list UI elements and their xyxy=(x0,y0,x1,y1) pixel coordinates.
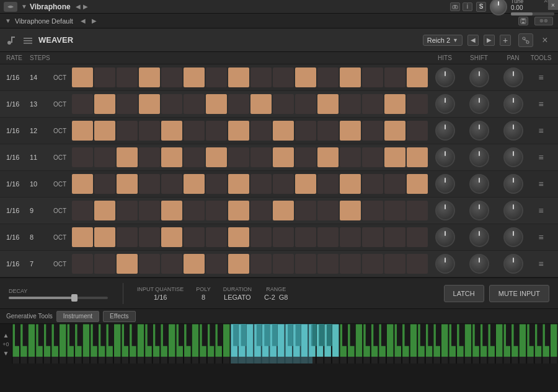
cell-4-13[interactable] xyxy=(362,174,383,194)
cell-3-8[interactable] xyxy=(250,147,272,167)
row-oct-7[interactable]: OCT xyxy=(53,261,72,268)
cell-0-1[interactable] xyxy=(94,68,115,87)
cell-1-9[interactable] xyxy=(273,94,294,114)
row-tools-1[interactable]: ≡ xyxy=(530,99,552,109)
cell-6-0[interactable] xyxy=(72,227,93,247)
cell-1-8[interactable] xyxy=(250,94,272,114)
row-pan-knob-0[interactable] xyxy=(496,68,530,87)
gen-tab-instrument[interactable]: Instrument xyxy=(56,311,99,322)
cell-4-0[interactable] xyxy=(72,174,93,194)
cell-5-15[interactable] xyxy=(407,201,428,220)
cell-1-1[interactable] xyxy=(94,94,115,114)
main-knob[interactable] xyxy=(490,0,507,15)
cell-6-2[interactable] xyxy=(117,227,138,247)
cell-3-15[interactable] xyxy=(407,147,428,167)
row-tools-2[interactable]: ≡ xyxy=(530,126,552,136)
row-hits-knob-6[interactable] xyxy=(428,227,462,247)
cell-0-15[interactable] xyxy=(407,68,428,87)
cell-1-3[interactable] xyxy=(139,94,160,114)
row-oct-2[interactable]: OCT xyxy=(53,128,72,134)
row-shift-knob-6[interactable] xyxy=(462,227,496,247)
row-shift-knob-1[interactable] xyxy=(462,94,496,114)
row-tools-6[interactable]: ≡ xyxy=(530,232,552,242)
row-hits-knob-5[interactable] xyxy=(428,201,462,220)
row-oct-5[interactable]: OCT xyxy=(53,207,72,214)
window-close-btn[interactable]: × xyxy=(548,0,558,10)
close-panel-btn[interactable]: × xyxy=(538,33,552,47)
cell-7-6[interactable] xyxy=(206,254,227,274)
row-shift-knob-2[interactable] xyxy=(462,121,496,141)
cell-4-1[interactable] xyxy=(94,174,115,194)
row-tools-5[interactable]: ≡ xyxy=(530,206,552,216)
cell-7-4[interactable] xyxy=(161,254,182,274)
input-quantise-value[interactable]: 1/16 xyxy=(154,294,167,301)
cell-1-2[interactable] xyxy=(117,94,138,114)
cell-0-14[interactable] xyxy=(384,68,405,87)
cell-3-9[interactable] xyxy=(273,147,294,167)
cell-0-3[interactable] xyxy=(139,68,160,87)
cell-7-10[interactable] xyxy=(295,254,316,274)
cell-3-5[interactable] xyxy=(184,147,205,167)
row-oct-3[interactable]: OCT xyxy=(53,154,72,161)
row-tools-0[interactable]: ≡ xyxy=(530,72,552,82)
cell-2-1[interactable] xyxy=(94,121,115,141)
cell-1-11[interactable] xyxy=(317,94,339,114)
cell-3-1[interactable] xyxy=(94,147,115,167)
cell-2-7[interactable] xyxy=(228,121,249,141)
cell-3-14[interactable] xyxy=(384,147,405,167)
gen-tab-effects[interactable]: Effects xyxy=(103,311,135,322)
row-pan-knob-6[interactable] xyxy=(496,227,530,247)
row-hits-knob-2[interactable] xyxy=(428,121,462,141)
cell-4-9[interactable] xyxy=(273,174,294,194)
piano-scroll-down[interactable]: ▼ xyxy=(3,350,9,357)
add-preset-btn[interactable]: + xyxy=(500,35,511,46)
preset-prev-btn[interactable]: ◀ xyxy=(81,17,86,24)
row-shift-knob-3[interactable] xyxy=(462,147,496,167)
preset-next-nav-btn[interactable]: ▶ xyxy=(484,35,495,46)
cell-2-6[interactable] xyxy=(206,121,227,141)
row-tools-7[interactable]: ≡ xyxy=(530,259,552,269)
cell-2-14[interactable] xyxy=(384,121,405,141)
cell-7-15[interactable] xyxy=(407,254,428,274)
cell-1-13[interactable] xyxy=(362,94,383,114)
cell-0-6[interactable] xyxy=(206,68,227,87)
cell-6-14[interactable] xyxy=(384,227,405,247)
cell-2-9[interactable] xyxy=(273,121,294,141)
cell-5-14[interactable] xyxy=(384,201,405,220)
cell-2-0[interactable] xyxy=(72,121,93,141)
cell-0-12[interactable] xyxy=(340,68,361,87)
cell-3-3[interactable] xyxy=(139,147,160,167)
cell-2-8[interactable] xyxy=(250,121,272,141)
save-preset-btn[interactable] xyxy=(518,17,528,25)
cell-3-13[interactable] xyxy=(362,147,383,167)
decay-slider[interactable] xyxy=(9,297,108,299)
cell-5-13[interactable] xyxy=(362,201,383,220)
row-shift-knob-4[interactable] xyxy=(462,174,496,194)
cell-4-12[interactable] xyxy=(340,174,361,194)
cell-7-3[interactable] xyxy=(139,254,160,274)
cell-7-14[interactable] xyxy=(384,254,405,274)
cell-5-0[interactable] xyxy=(72,201,93,220)
row-tools-3[interactable]: ≡ xyxy=(530,152,552,162)
menu-icon[interactable] xyxy=(22,35,33,46)
piano-canvas[interactable] xyxy=(12,324,558,364)
cell-7-11[interactable] xyxy=(317,254,339,274)
preset-next-btn[interactable]: ▶ xyxy=(92,17,97,24)
row-oct-0[interactable]: OCT xyxy=(53,74,72,81)
cell-5-2[interactable] xyxy=(117,201,138,220)
cell-6-11[interactable] xyxy=(317,227,339,247)
cell-7-1[interactable] xyxy=(94,254,115,274)
cell-0-8[interactable] xyxy=(250,68,272,87)
cell-1-12[interactable] xyxy=(340,94,361,114)
cell-5-3[interactable] xyxy=(139,201,160,220)
row-oct-1[interactable]: OCT xyxy=(53,101,72,108)
tune-slider[interactable] xyxy=(511,12,554,15)
cell-5-7[interactable] xyxy=(228,201,249,220)
cell-7-0[interactable] xyxy=(72,254,93,274)
row-hits-knob-1[interactable] xyxy=(428,94,462,114)
cell-2-10[interactable] xyxy=(295,121,316,141)
row-hits-knob-4[interactable] xyxy=(428,174,462,194)
cell-7-7[interactable] xyxy=(228,254,249,274)
row-hits-knob-3[interactable] xyxy=(428,147,462,167)
row-pan-knob-3[interactable] xyxy=(496,147,530,167)
